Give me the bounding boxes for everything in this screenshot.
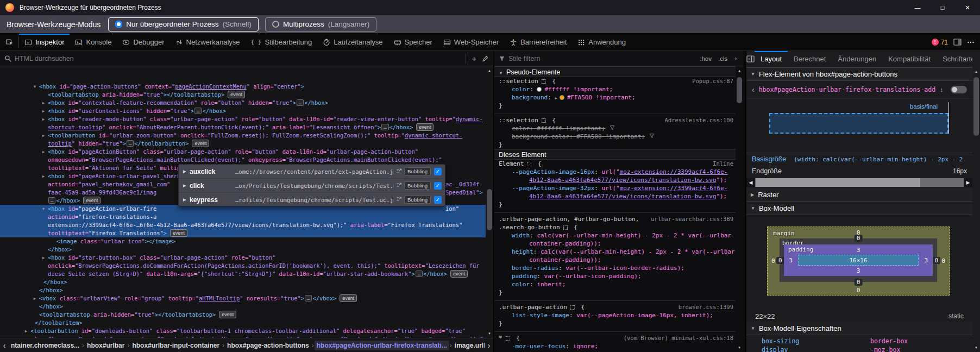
tool-tab-barrierefreiheit[interactable]: Barrierefreiheit [504,34,572,51]
event-source[interactable]: …rofiles/Testumgebung/chrome/scripts/Tes… [235,197,394,203]
back-chevron-icon[interactable]: ‹ [752,85,755,94]
markup-line[interactable]: <toolbartabstop aria-hidden="true"></too… [0,311,486,319]
markup-search-input[interactable]: HTML durchsuchen [15,55,74,62]
padding-left-value[interactable]: 3 [789,257,793,264]
box-model-border[interactable]: border 0 0 0 0 padding 3 3 3 3 16×16 [780,238,937,282]
css-declaration[interactable]: container-padding)); [494,240,736,248]
scrollbar-thumb[interactable] [737,77,742,103]
event-enabled-checkbox[interactable]: ✓ [434,196,442,204]
twisty-right-icon[interactable]: ▶ [183,169,190,174]
twisty-right-icon[interactable]: ▶ [41,131,46,140]
breadcrumb-scroll-left-icon[interactable]: ‹ [0,341,9,350]
markup-line[interactable]: </hbox> [0,246,486,254]
twisty-right-icon[interactable]: ▶ [32,294,37,303]
tool-tab-speicher[interactable]: Speicher [388,34,438,51]
pick-element-button[interactable] [0,34,18,51]
stylesheet-source-link[interactable]: urlbar-searchbar.css:389 [651,215,733,223]
twisty-right-icon[interactable]: ▶ [41,254,46,262]
tab-änderungen[interactable]: Änderungen [832,51,882,67]
css-declaration[interactable]: --pageAction-image-32px: url("moz-extens… [494,184,736,192]
tool-tab-web-speicher[interactable]: Web-Speicher [438,34,504,51]
selector-highlighter-icon[interactable] [527,162,531,166]
breadcrumb-item[interactable]: hbox#page-action-buttons [225,341,311,350]
markup-line[interactable]: extension://3399acf4-6f6e-…6f6e-4b12-8aa… [0,221,486,229]
css-declaration[interactable]: --pageAction-image-16px: url("moz-extens… [494,168,736,176]
markup-line[interactable]: </hbox> [0,278,486,286]
css-rule-close[interactable]: } [494,102,736,110]
css-declaration[interactable]: -moz-user-focus: ignore; [494,342,736,350]
color-swatch[interactable] [537,87,542,92]
tool-tab-konsole[interactable]: Konsole [70,34,117,51]
twisty-down-icon[interactable]: ▼ [32,83,37,91]
padding-right-value[interactable]: 3 [924,257,928,264]
markup-line[interactable]: </toolbaritem> [0,319,486,327]
scroll-right-icon[interactable]: ▶ [964,178,972,187]
rules-button-[interactable]: + [734,55,738,62]
breadcrumb-item[interactable]: hbox#urlbar-input-container [130,341,222,350]
overridden-filter-icon[interactable] [610,125,615,132]
box-model-margin[interactable]: margin 0 0 0 0 border 0 0 0 0 padding 3 [767,227,950,296]
css-declaration[interactable]: color: #ffffff !important; [494,124,736,133]
stylesheet-source-link[interactable]: Adressleiste.css:100 [665,116,733,124]
mode-option[interactable]: Nur übergeordneter Prozess (Schnell) [108,17,259,32]
padding-top-value[interactable]: 3 [857,247,860,254]
padding-bottom-value[interactable]: 3 [857,267,860,274]
tool-tab-debugger[interactable]: Debugger [117,34,169,51]
css-rule-close[interactable]: } [494,141,736,149]
box-model-property-row[interactable]: display-moz-box [746,346,972,352]
event-listener-row[interactable]: ▶click…ox/Profiles/Testumgebung/chrome/s… [179,179,445,193]
scroll-up-icon[interactable]: ▲ [486,66,493,75]
event-source[interactable]: …ox/Profiles/Testumgebung/chrome/scripts… [235,183,394,189]
css-rule-close[interactable]: } [494,200,736,209]
stylesheet-source-link[interactable]: (vom Browser) minimal-xul.css:18 [624,334,733,342]
highlighter-toggle[interactable] [951,86,967,93]
add-node-button[interactable]: + [472,54,476,63]
twisty-right-icon[interactable]: ▶ [41,99,46,107]
event-listener-row[interactable]: ▶auxclick…ome://browser/content/parent/e… [179,165,445,179]
css-declaration[interactable]: 4b12-8aa6-a463fa64e577/view/icons/transl… [494,192,736,200]
breadcrumb-item[interactable]: hbox#urlbar [85,341,127,350]
color-swatch[interactable] [560,95,564,100]
box-model-content[interactable]: 16×16 [798,255,919,266]
mode-option[interactable]: Multiprozess (Langsamer) [265,17,376,32]
twisty-right-icon[interactable]: ▶ [183,197,190,202]
tool-tab-laufzeitanalyse[interactable]: Laufzeitanalyse [317,34,388,51]
rules-section-header[interactable]: ▼Pseudo-Elemente [494,66,736,77]
grid-section-header[interactable]: ▶ Raster [746,188,972,202]
markup-line[interactable]: ▶<hbox id="star-button-box" class="urlba… [0,254,486,262]
box-model-section-header[interactable]: ▼ Box-Modell [746,202,972,215]
tool-tab-inspektor[interactable]: Inspektor [19,34,70,51]
tab-schriftarten[interactable]: Schriftarten [937,51,972,67]
rules-button-cls[interactable]: .cls [718,55,727,62]
tool-tab-anwendung[interactable]: Anwendung [572,34,631,51]
markup-line[interactable]: tooltip" hidden="true">…</toolbarbutton>… [0,140,486,148]
markup-line[interactable]: ▶<toolbarbutton id="urlbar-zoom-button" … [0,131,486,140]
open-in-debugger-icon[interactable] [396,168,402,175]
event-enabled-checkbox[interactable]: ✓ [434,182,442,190]
markup-line[interactable]: onmousedown="BrowserPageActions.mainButt… [0,156,486,164]
border-right-value[interactable]: 0 [932,257,940,264]
minimize-button[interactable]: — [905,0,930,15]
markup-line[interactable]: actionid="firefox-translations-a [0,213,486,221]
css-declaration[interactable]: container-padding)); [494,256,736,264]
stylesheet-source-link[interactable]: Inline [713,160,733,168]
css-selector[interactable]: .search-go-button { [494,223,736,231]
selector-highlighter-icon[interactable] [570,305,575,310]
markup-line[interactable]: </hbox> [0,303,486,311]
maximize-button[interactable]: □ [930,0,955,15]
markup-line[interactable]: ▼<hbox id="page-action-buttons" context=… [0,83,486,91]
selector-highlighter-icon[interactable] [563,225,568,230]
margin-bottom-value[interactable]: 0 [857,287,860,294]
rules-button-hov[interactable]: :hov [700,55,712,62]
stylesheet-source-link[interactable]: browser.css:1399 [679,303,733,311]
markup-line[interactable]: ▶<hbox id="userContext-icons" hidden="tr… [0,107,486,115]
css-declaration[interactable]: color: #ffffff !important; [494,85,736,93]
stylesheet-source-link[interactable]: Popup.css:87 [692,77,733,85]
css-declaration[interactable]: list-style-image: var(--pageAction-image… [494,311,736,319]
scroll-up-icon[interactable]: ▲ [972,67,980,76]
tab-berechnet[interactable]: Berechnet [788,51,832,67]
css-selector[interactable]: ::selection {Popup.css:87 [494,77,736,85]
selector-highlighter-icon[interactable] [542,79,546,84]
css-declaration[interactable]: border-radius: var(--urlbar-icon-border-… [494,264,736,272]
tab-kompatibilität[interactable]: Kompatibilität [882,51,937,67]
